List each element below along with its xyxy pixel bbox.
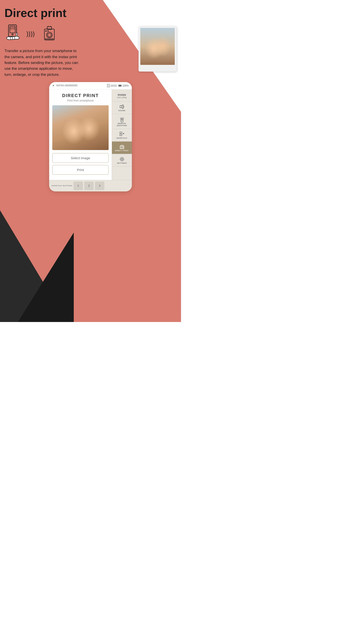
app-photo [52,105,109,150]
remote-shooting-label: REMOTE SHOOTING [113,122,131,126]
side-menu: instax mini LiPlay SOUND [112,90,132,180]
svg-rect-16 [108,84,109,87]
top-section: )))) [4,24,177,78]
remote-icon [119,116,125,122]
illustration-icons: )))) [4,24,134,44]
brand-name: instax [113,93,131,96]
shortcut-button-2[interactable]: 2 [84,182,94,190]
shortcut-icon: 1 2 [119,131,125,137]
description-text: Transfer a picture from your smartphone … [4,48,80,78]
bluetooth-icon: ✦ [52,84,54,87]
sidebar-item-direct-print[interactable]: DIRECT PRINT [112,142,132,154]
film-count: 10/10 [107,84,117,88]
sound-label: SOUND [118,110,125,112]
svg-point-4 [12,34,13,35]
film-icon [107,84,110,88]
shortcut-label: SHORTCUT [116,137,127,139]
film-count-text: 10/10 [110,84,117,87]
app-photo-overlay [52,105,109,150]
svg-rect-18 [119,85,121,86]
status-bar: ✦ INSTAX-0000000000 10/10 [49,82,132,90]
page-title: Direct print [4,7,177,20]
sound-icon [119,104,125,110]
waves-icon: )))) [26,30,40,38]
sidebar-item-remote-shooting[interactable]: REMOTE SHOOTING [112,114,132,129]
svg-text:2: 2 [120,134,121,136]
shortcut-button-1[interactable]: 1 [73,182,83,190]
phone-mockup-wrapper: ✦ INSTAX-0000000000 10/10 [4,82,177,192]
hand-phone-icon [4,24,24,44]
instax-photo-card [139,26,177,72]
screen-subtitle: Print from smartphone [52,99,109,102]
print-button[interactable]: Print [52,165,109,175]
illustration-area: )))) [4,24,134,78]
background-dark-triangle2 [18,232,74,322]
photo-face-detail [140,28,175,65]
svg-point-35 [121,158,123,160]
phone-mockup: ✦ INSTAX-0000000000 10/10 [49,82,132,192]
svg-rect-1 [10,26,15,33]
device-name: INSTAX-0000000000 [56,84,77,87]
svg-rect-33 [121,148,123,148]
sidebar-item-sound[interactable]: SOUND [112,102,132,114]
app-body: DIRECT PRINT Print from smartphone Selec… [49,90,132,180]
battery-icon [118,84,122,87]
direct-print-icon [119,144,125,150]
settings-label: SETTINGS [117,162,127,164]
svg-rect-14 [45,39,53,40]
svg-point-13 [47,30,48,32]
svg-point-24 [121,119,122,120]
battery: 100% [118,84,129,87]
shortcut-bar: SHORTCUT BUTTONS 1 2 3 [49,180,132,192]
camera-icon [41,25,57,43]
svg-rect-32 [121,145,123,146]
svg-rect-20 [120,106,122,108]
brand-model: mini LiPlay [113,96,131,98]
page-content: Direct print [0,0,181,196]
select-image-button[interactable]: Select image [52,153,109,163]
brand-logo: instax mini LiPlay [112,91,132,102]
settings-icon [119,156,125,162]
battery-text: 100% [122,84,129,87]
svg-text:)))): )))) [26,30,35,37]
direct-print-label: DIRECT PRINT [115,150,129,152]
screen-title: DIRECT PRINT [52,93,109,98]
svg-point-34 [123,147,123,147]
shortcut-buttons-label: SHORTCUT BUTTONS [51,185,72,187]
instax-photo-image [140,28,175,65]
shortcut-button-3[interactable]: 3 [95,182,104,190]
main-panel: DIRECT PRINT Print from smartphone Selec… [49,90,112,180]
sidebar-item-settings[interactable]: SETTINGS [112,154,132,166]
svg-point-12 [45,30,46,32]
svg-point-11 [48,33,51,37]
sidebar-item-shortcut[interactable]: 1 2 SHORTCUT [112,129,132,142]
svg-marker-21 [122,105,123,109]
svg-text:1: 1 [120,132,121,134]
